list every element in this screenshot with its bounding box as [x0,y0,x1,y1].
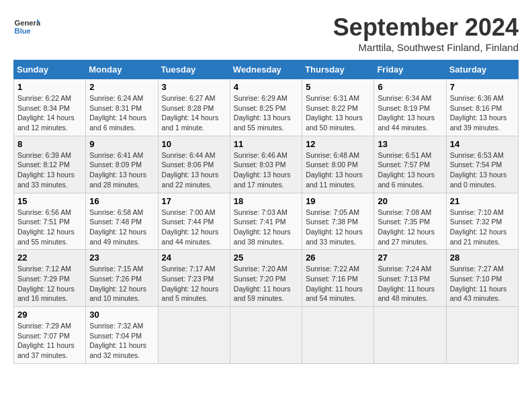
weekday-header: Friday [374,60,446,79]
day-info: Sunrise: 7:08 AMSunset: 7:35 PMDaylight:… [378,208,442,247]
logo: General Blue [13,13,43,40]
calendar-day-cell [158,307,230,364]
calendar-day-cell: 24Sunrise: 7:17 AMSunset: 7:23 PMDayligh… [158,250,230,307]
calendar-day-cell: 26Sunrise: 7:22 AMSunset: 7:16 PMDayligh… [302,250,374,307]
weekday-header: Thursday [302,60,374,79]
day-number: 19 [306,196,370,206]
day-info: Sunrise: 7:24 AMSunset: 7:13 PMDaylight:… [378,264,442,304]
calendar-day-cell: 3Sunrise: 6:27 AMSunset: 8:28 PMDaylight… [158,79,230,136]
day-number: 26 [306,253,370,263]
day-info: Sunrise: 6:53 AMSunset: 7:54 PMDaylight:… [450,150,515,190]
calendar-day-cell: 4Sunrise: 6:29 AMSunset: 8:25 PMDaylight… [230,79,302,136]
day-info: Sunrise: 6:34 AMSunset: 8:19 PMDaylight:… [378,93,442,133]
day-number: 15 [17,196,82,206]
day-number: 14 [450,139,515,149]
day-number: 16 [89,196,154,206]
day-info: Sunrise: 6:36 AMSunset: 8:16 PMDaylight:… [450,93,515,133]
day-number: 22 [17,253,82,263]
day-info: Sunrise: 6:48 AMSunset: 8:00 PMDaylight:… [306,150,370,190]
location-title: Marttila, Southwest Finland, Finland [333,42,519,53]
day-info: Sunrise: 7:03 AMSunset: 7:41 PMDaylight:… [234,208,298,247]
day-info: Sunrise: 7:20 AMSunset: 7:20 PMDaylight:… [234,264,298,304]
calendar-day-cell: 13Sunrise: 6:51 AMSunset: 7:57 PMDayligh… [374,136,446,193]
day-number: 13 [378,139,442,149]
weekday-header: Sunday [14,60,86,79]
calendar-day-cell: 23Sunrise: 7:15 AMSunset: 7:26 PMDayligh… [86,250,158,307]
day-info: Sunrise: 6:29 AMSunset: 8:25 PMDaylight:… [234,93,298,133]
day-number: 20 [378,196,442,206]
day-number: 29 [17,310,82,320]
day-info: Sunrise: 7:22 AMSunset: 7:16 PMDaylight:… [306,264,370,304]
calendar-day-cell [374,307,446,364]
svg-text:Blue: Blue [15,27,31,35]
calendar-day-cell: 29Sunrise: 7:29 AMSunset: 7:07 PMDayligh… [14,307,86,364]
calendar-week-row: 1Sunrise: 6:22 AMSunset: 8:34 PMDaylight… [14,79,519,136]
calendar-day-cell: 5Sunrise: 6:31 AMSunset: 8:22 PMDaylight… [302,79,374,136]
month-title: September 2024 [333,13,519,42]
calendar-day-cell: 6Sunrise: 6:34 AMSunset: 8:19 PMDaylight… [374,79,446,136]
calendar-day-cell: 7Sunrise: 6:36 AMSunset: 8:16 PMDaylight… [446,79,518,136]
calendar-day-cell: 17Sunrise: 7:00 AMSunset: 7:44 PMDayligh… [158,193,230,250]
calendar-day-cell: 18Sunrise: 7:03 AMSunset: 7:41 PMDayligh… [230,193,302,250]
day-number: 30 [89,310,154,320]
calendar-day-cell: 12Sunrise: 6:48 AMSunset: 8:00 PMDayligh… [302,136,374,193]
day-info: Sunrise: 6:46 AMSunset: 8:03 PMDaylight:… [234,150,298,190]
calendar-header-row: SundayMondayTuesdayWednesdayThursdayFrid… [14,60,519,79]
calendar-day-cell: 19Sunrise: 7:05 AMSunset: 7:38 PMDayligh… [302,193,374,250]
day-number: 12 [306,139,370,149]
day-number: 8 [17,139,82,149]
day-info: Sunrise: 7:29 AMSunset: 7:07 PMDaylight:… [17,321,82,361]
day-info: Sunrise: 7:27 AMSunset: 7:10 PMDaylight:… [450,264,515,304]
page-header: General Blue September 2024 Marttila, So… [13,13,519,53]
weekday-header: Wednesday [230,60,302,79]
day-number: 9 [89,139,154,149]
day-info: Sunrise: 6:22 AMSunset: 8:34 PMDaylight:… [17,93,82,133]
day-info: Sunrise: 7:00 AMSunset: 7:44 PMDaylight:… [162,208,226,247]
day-info: Sunrise: 6:39 AMSunset: 8:12 PMDaylight:… [17,150,82,190]
calendar-day-cell: 1Sunrise: 6:22 AMSunset: 8:34 PMDaylight… [14,79,86,136]
day-info: Sunrise: 6:58 AMSunset: 7:48 PMDaylight:… [89,208,154,247]
calendar-day-cell [446,307,518,364]
day-number: 10 [162,139,226,149]
day-info: Sunrise: 7:15 AMSunset: 7:26 PMDaylight:… [89,264,154,304]
day-number: 27 [378,253,442,263]
day-number: 3 [162,82,226,92]
day-number: 2 [89,82,154,92]
calendar-day-cell: 20Sunrise: 7:08 AMSunset: 7:35 PMDayligh… [374,193,446,250]
calendar-day-cell: 9Sunrise: 6:41 AMSunset: 8:09 PMDaylight… [86,136,158,193]
day-info: Sunrise: 7:10 AMSunset: 7:32 PMDaylight:… [450,208,515,247]
day-number: 1 [17,82,82,92]
weekday-header: Tuesday [158,60,230,79]
day-info: Sunrise: 6:24 AMSunset: 8:31 PMDaylight:… [89,93,154,133]
day-number: 25 [234,253,298,263]
calendar-table: SundayMondayTuesdayWednesdayThursdayFrid… [13,60,519,364]
day-number: 17 [162,196,226,206]
day-number: 6 [378,82,442,92]
day-info: Sunrise: 6:51 AMSunset: 7:57 PMDaylight:… [378,150,442,190]
calendar-day-cell: 16Sunrise: 6:58 AMSunset: 7:48 PMDayligh… [86,193,158,250]
calendar-day-cell: 28Sunrise: 7:27 AMSunset: 7:10 PMDayligh… [446,250,518,307]
calendar-day-cell [302,307,374,364]
calendar-day-cell: 15Sunrise: 6:56 AMSunset: 7:51 PMDayligh… [14,193,86,250]
day-info: Sunrise: 6:44 AMSunset: 8:06 PMDaylight:… [162,150,226,190]
day-number: 7 [450,82,515,92]
svg-text:General: General [15,19,40,27]
weekday-header: Monday [86,60,158,79]
day-number: 4 [234,82,298,92]
day-info: Sunrise: 7:05 AMSunset: 7:38 PMDaylight:… [306,208,370,247]
day-info: Sunrise: 7:17 AMSunset: 7:23 PMDaylight:… [162,264,226,304]
day-number: 5 [306,82,370,92]
calendar-day-cell: 10Sunrise: 6:44 AMSunset: 8:06 PMDayligh… [158,136,230,193]
calendar-day-cell: 14Sunrise: 6:53 AMSunset: 7:54 PMDayligh… [446,136,518,193]
calendar-week-row: 15Sunrise: 6:56 AMSunset: 7:51 PMDayligh… [14,193,519,250]
day-number: 28 [450,253,515,263]
calendar-day-cell: 2Sunrise: 6:24 AMSunset: 8:31 PMDaylight… [86,79,158,136]
day-info: Sunrise: 6:56 AMSunset: 7:51 PMDaylight:… [17,208,82,247]
logo-icon: General Blue [13,13,40,40]
calendar-day-cell: 25Sunrise: 7:20 AMSunset: 7:20 PMDayligh… [230,250,302,307]
title-block: September 2024 Marttila, Southwest Finla… [333,13,519,53]
day-info: Sunrise: 6:41 AMSunset: 8:09 PMDaylight:… [89,150,154,190]
calendar-day-cell: 8Sunrise: 6:39 AMSunset: 8:12 PMDaylight… [14,136,86,193]
day-number: 23 [89,253,154,263]
day-info: Sunrise: 7:12 AMSunset: 7:29 PMDaylight:… [17,264,82,304]
